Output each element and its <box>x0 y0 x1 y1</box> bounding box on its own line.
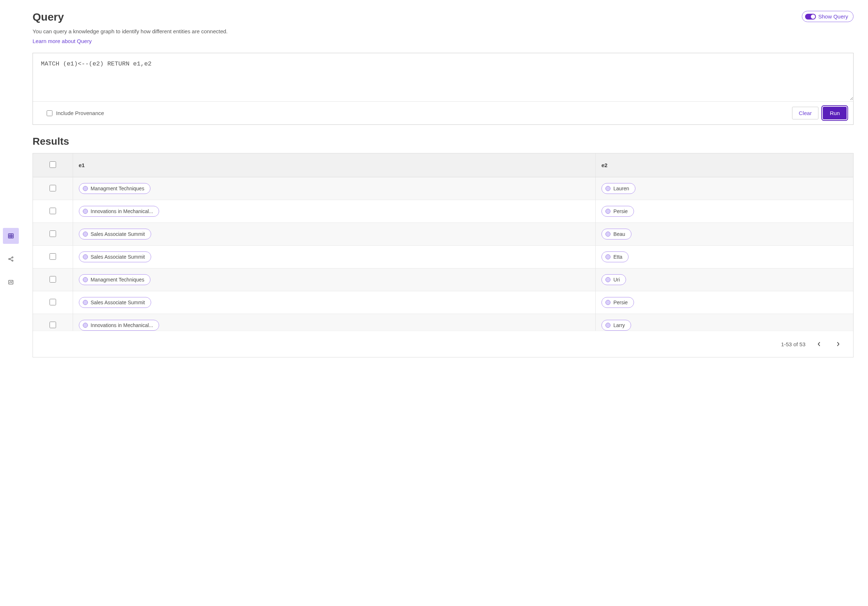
entity-dot-icon <box>83 300 88 305</box>
svg-point-7 <box>12 260 13 261</box>
entity-label: Managment Techniques <box>91 277 144 283</box>
show-query-toggle[interactable]: Show Query <box>802 11 854 22</box>
card-icon <box>8 279 14 286</box>
entity-label: Managment Techniques <box>91 186 144 191</box>
table-row: Innovations in Mechanical...Persie <box>33 200 853 223</box>
cell-e2: Uri <box>595 269 853 291</box>
row-select-checkbox[interactable] <box>50 276 56 283</box>
row-select-checkbox[interactable] <box>50 322 56 328</box>
learn-more-link[interactable]: Learn more about Query <box>33 38 91 44</box>
graph-icon <box>8 256 14 262</box>
cell-e2: Beau <box>595 223 853 246</box>
pager: 1-53 of 53 <box>33 331 853 357</box>
select-all-header <box>33 154 73 177</box>
cell-e1: Managment Techniques <box>73 177 595 200</box>
run-button[interactable]: Run <box>823 107 847 120</box>
entity-dot-icon <box>83 323 88 328</box>
table-row: Sales Associate SummitEtta <box>33 246 853 269</box>
table-icon <box>8 233 14 239</box>
entity-pill[interactable]: Uri <box>601 274 626 285</box>
row-select-cell <box>33 314 73 331</box>
pager-next-button[interactable] <box>833 339 843 349</box>
cell-e2: Larry <box>595 314 853 331</box>
provenance-label: Include Provenance <box>56 110 104 116</box>
entity-dot-icon <box>605 277 611 282</box>
entity-pill[interactable]: Persie <box>601 206 634 217</box>
svg-line-8 <box>10 258 12 259</box>
table-row: Innovations in Mechanical...Larry <box>33 314 853 331</box>
row-select-cell <box>33 246 73 269</box>
results-panel: e1 e2 Managment TechniquesLaurenInnovati… <box>33 153 854 357</box>
view-card-button[interactable] <box>3 274 19 290</box>
entity-label: Innovations in Mechanical... <box>91 322 153 328</box>
cell-e1: Managment Techniques <box>73 269 595 291</box>
entity-pill[interactable]: Larry <box>601 320 631 331</box>
query-box: Include Provenance Clear Run <box>33 53 854 125</box>
row-select-cell <box>33 223 73 246</box>
entity-pill[interactable]: Innovations in Mechanical... <box>79 206 160 217</box>
svg-point-5 <box>9 258 10 259</box>
table-row: Sales Associate SummitBeau <box>33 223 853 246</box>
cell-e1: Sales Associate Summit <box>73 291 595 314</box>
svg-rect-0 <box>8 234 13 238</box>
provenance-checkbox-input[interactable] <box>46 110 53 116</box>
entity-pill[interactable]: Managment Techniques <box>79 183 150 194</box>
entity-pill[interactable]: Sales Associate Summit <box>79 228 151 239</box>
row-select-checkbox[interactable] <box>50 299 56 305</box>
entity-pill[interactable]: Innovations in Mechanical... <box>79 320 160 331</box>
entity-dot-icon <box>605 186 611 191</box>
column-header-e1[interactable]: e1 <box>73 154 595 177</box>
view-table-button[interactable] <box>3 228 19 244</box>
entity-pill[interactable]: Beau <box>601 228 631 239</box>
entity-pill[interactable]: Sales Associate Summit <box>79 297 151 308</box>
cell-e1: Innovations in Mechanical... <box>73 314 595 331</box>
pager-range: 1-53 of 53 <box>781 341 805 347</box>
table-row: Managment TechniquesUri <box>33 269 853 291</box>
show-query-label: Show Query <box>818 13 848 20</box>
entity-dot-icon <box>83 254 88 259</box>
entity-dot-icon <box>605 209 611 214</box>
entity-pill[interactable]: Sales Associate Summit <box>79 252 151 262</box>
select-all-checkbox[interactable] <box>50 162 56 168</box>
entity-label: Sales Associate Summit <box>91 254 145 260</box>
entity-pill[interactable]: Managment Techniques <box>79 274 150 285</box>
query-actions: Include Provenance Clear Run <box>33 101 853 124</box>
entity-dot-icon <box>83 277 88 282</box>
entity-label: Lauren <box>614 186 629 191</box>
results-scroll[interactable]: e1 e2 Managment TechniquesLaurenInnovati… <box>33 154 853 331</box>
entity-label: Sales Associate Summit <box>91 300 145 305</box>
view-graph-button[interactable] <box>3 251 19 267</box>
entity-label: Larry <box>614 322 625 328</box>
entity-label: Innovations in Mechanical... <box>91 208 153 214</box>
chevron-left-icon <box>817 342 821 347</box>
cell-e2: Lauren <box>595 177 853 200</box>
svg-point-6 <box>12 257 13 258</box>
entity-dot-icon <box>605 323 611 328</box>
entity-dot-icon <box>83 209 88 214</box>
row-select-checkbox[interactable] <box>50 185 56 191</box>
entity-pill[interactable]: Persie <box>601 297 634 308</box>
toggle-switch-icon <box>805 14 816 20</box>
entity-dot-icon <box>605 300 611 305</box>
chevron-right-icon <box>836 342 840 347</box>
entity-label: Etta <box>614 254 622 260</box>
entity-dot-icon <box>605 254 611 259</box>
cell-e1: Sales Associate Summit <box>73 223 595 246</box>
cell-e1: Innovations in Mechanical... <box>73 200 595 223</box>
entity-label: Uri <box>614 277 620 283</box>
clear-button[interactable]: Clear <box>792 107 819 120</box>
row-select-checkbox[interactable] <box>50 208 56 214</box>
row-select-checkbox[interactable] <box>50 253 56 260</box>
query-input[interactable] <box>33 53 853 100</box>
entity-pill[interactable]: Lauren <box>601 183 636 194</box>
column-header-e2[interactable]: e2 <box>595 154 853 177</box>
entity-label: Sales Associate Summit <box>91 231 145 237</box>
include-provenance-checkbox[interactable]: Include Provenance <box>46 110 104 116</box>
row-select-cell <box>33 291 73 314</box>
table-row: Managment TechniquesLauren <box>33 177 853 200</box>
entity-pill[interactable]: Etta <box>601 252 629 262</box>
view-rail <box>0 0 22 368</box>
pager-prev-button[interactable] <box>814 339 824 349</box>
row-select-cell <box>33 269 73 291</box>
row-select-checkbox[interactable] <box>50 230 56 237</box>
